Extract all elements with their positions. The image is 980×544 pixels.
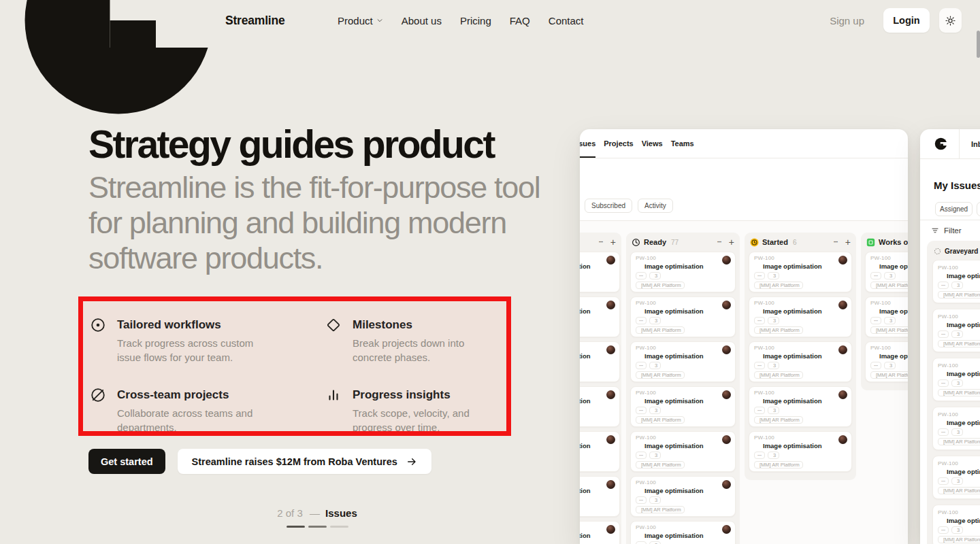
column-more-button[interactable]: ··· [834,239,838,245]
more-badge[interactable]: ··· [754,452,765,459]
more-badge[interactable]: ··· [938,477,949,485]
issue-card[interactable]: PW-100 Image optimisation ··· 3 [MM] AR … [630,431,736,472]
issue-card[interactable]: PW-100 Image optimisation ··· 3 [MM] AR … [865,296,908,337]
issue-card[interactable]: PW-100 Image optimisation ··· 3 [MM] AR … [580,521,620,544]
issue-card[interactable]: PW-100 Image optimisation ··· 3 [MM] AR … [580,296,620,337]
tab-projects[interactable]: Projects [604,129,633,158]
issue-card[interactable]: PW-100 Image optimisation ··· 3 [MM] AR … [630,521,736,544]
issue-card[interactable]: PW-100 Image optimisation ··· 3 [MM] AR … [932,358,980,401]
issue-card[interactable]: PW-100 Image optimisation ··· 3 [MM] AR … [749,341,852,382]
issue-card[interactable]: PW-100 Image optimisation ··· 3 [MM] AR … [630,476,736,517]
more-badge[interactable]: ··· [636,407,647,414]
column-name: Works on my [879,238,908,246]
streamline-logo[interactable]: Streamline [16,0,284,41]
pill-activity[interactable]: Activity [638,199,673,213]
pill-assigned[interactable]: Assigned [935,202,973,216]
more-badge[interactable]: ··· [636,362,647,369]
more-badge[interactable]: ··· [938,330,949,338]
more-badge[interactable]: ··· [636,541,647,544]
more-badge[interactable]: ··· [938,379,949,387]
more-badge[interactable]: ··· [870,362,881,369]
tab-views[interactable]: Views [642,129,663,158]
more-badge[interactable]: ··· [754,362,765,369]
nav-item-faq[interactable]: FAQ [510,15,530,27]
column-header: Ready 77 ··· + [626,233,740,252]
issue-card[interactable]: PW-100 Image optimisation ··· 3 [MM] AR … [865,252,908,292]
issue-card[interactable]: PW-100 Image optimisation ··· 3 [MM] AR … [630,296,736,337]
issue-id: PW-100 [636,390,730,396]
my-issues-window: Inb My Issues AssignedC Filter Graveyard… [920,129,980,544]
issue-card[interactable]: PW-100 Image optimisation ··· 3 [MM] AR … [749,296,852,337]
nav-item-pricing[interactable]: Pricing [460,15,491,27]
more-badge[interactable]: ··· [870,272,881,279]
project-badge: [MM] AR Platform [636,461,685,469]
carousel-bar[interactable] [330,526,348,528]
get-started-button[interactable]: Get started [88,449,165,474]
column-add-button[interactable]: + [729,237,734,248]
issue-card[interactable]: PW-100 Image optimisation ··· 3 [MM] AR … [580,476,620,517]
issue-card[interactable]: PW-100 Image optimisation ··· 3 [MM] AR … [580,341,620,382]
column-count: 77 [671,239,679,246]
theme-toggle-button[interactable] [939,8,962,33]
pill-subscribed[interactable]: Subscribed [585,199,632,213]
issue-id: PW-100 [754,345,847,351]
project-badge: [MM] AR Platform [938,340,980,347]
carousel-bar[interactable] [287,526,305,528]
more-badge[interactable]: ··· [754,272,765,279]
graveyard-section-header[interactable]: Graveyard 1 [932,246,980,260]
issue-card[interactable]: PW-100 Image optimisation ··· 3 [MM] AR … [749,252,852,292]
more-badge[interactable]: ··· [754,407,765,414]
subtask-badge: 3 [649,452,661,459]
project-badge: [MM] AR Platform [636,282,685,289]
column-add-button[interactable]: + [610,237,616,248]
column-name: Started [762,238,788,246]
clock-icon [938,371,944,377]
issue-card[interactable]: PW-100 Image optimisation ··· 3 [MM] AR … [630,252,736,292]
issue-card[interactable]: PW-100 Image optimisation ··· 3 [MM] AR … [932,456,980,499]
issue-card[interactable]: PW-100 Image optimisation ··· 3 [MM] AR … [580,386,620,427]
more-badge[interactable]: ··· [636,272,647,279]
nav-item-contact[interactable]: Contact [549,15,584,27]
issue-card[interactable]: PW-100 Image optimisation ··· 3 [MM] AR … [865,341,908,382]
more-badge[interactable]: ··· [636,452,647,459]
issue-card[interactable]: PW-100 Image optimisation ··· 3 [MM] AR … [932,260,980,303]
issue-card[interactable]: PW-100 Image optimisation ··· 3 [MM] AR … [932,309,980,352]
issue-card[interactable]: PW-100 Image optimisation ··· 3 [MM] AR … [630,341,736,382]
filter-button[interactable]: Filter [920,220,980,241]
nav-item-product[interactable]: Product [338,15,383,27]
issue-title: Image optimisation [580,352,591,360]
issue-card[interactable]: PW-100 Image optimisation ··· 3 [MM] AR … [749,386,852,427]
tab-issues[interactable]: Issues [580,129,595,158]
more-badge[interactable]: ··· [754,317,765,324]
news-banner-button[interactable]: Streamline raises $12M from Roba Venture… [178,449,431,474]
page-scrollbar-thumb[interactable] [977,31,980,58]
more-badge[interactable]: ··· [938,282,949,289]
issue-card[interactable]: PW-100 Image optimisation ··· 3 [MM] AR … [580,431,620,472]
issue-title: Image optimisation [580,442,591,449]
tab-teams[interactable]: Teams [671,129,694,158]
carousel-bar[interactable] [308,526,327,528]
clock-icon [636,308,642,314]
tab-inbox[interactable]: Inb [971,140,980,148]
issue-card[interactable]: PW-100 Image optimisation ··· 3 [MM] AR … [932,505,980,544]
more-badge[interactable]: ··· [870,317,881,324]
more-badge[interactable]: ··· [938,526,949,534]
signup-link[interactable]: Sign up [830,15,864,27]
issue-title: Image optimisation [947,468,980,475]
more-badge[interactable]: ··· [938,428,949,436]
column-more-button[interactable]: ··· [599,239,603,245]
issue-card[interactable]: PW-100 Image optimisation ··· 3 [MM] AR … [749,431,852,472]
login-button[interactable]: Login [883,8,930,33]
issue-id: PW-100 [636,300,730,306]
more-badge[interactable]: ··· [636,496,647,504]
issue-card[interactable]: PW-100 Image optimisation ··· 3 [MM] AR … [580,252,620,292]
column-add-button[interactable]: + [845,237,851,248]
issue-card[interactable]: PW-100 Image optimisation ··· 3 [MM] AR … [932,407,980,450]
column-more-button[interactable]: ··· [717,239,721,245]
more-badge[interactable]: ··· [636,317,647,324]
clock-icon [870,308,877,314]
pill-c[interactable]: C [977,202,980,216]
issue-id: PW-100 [938,362,980,369]
issue-card[interactable]: PW-100 Image optimisation ··· 3 [MM] AR … [630,386,736,427]
nav-item-about-us[interactable]: About us [402,15,442,27]
